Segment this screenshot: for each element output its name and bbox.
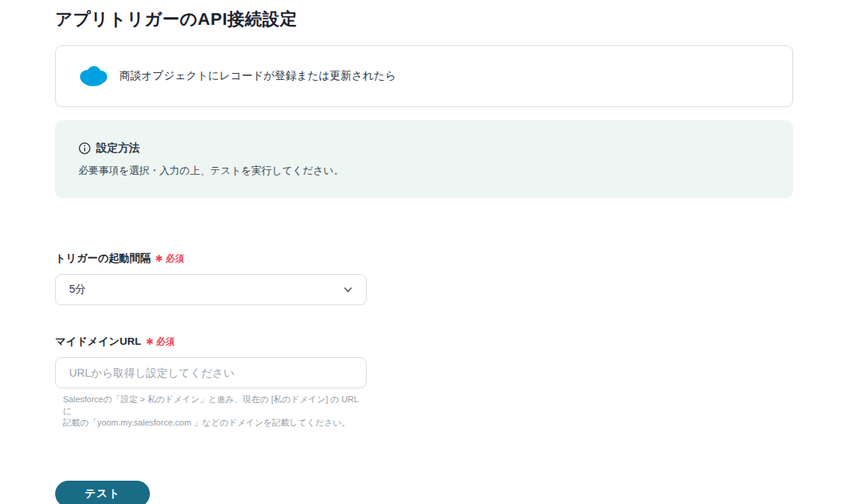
- instructions-title: 設定方法: [96, 141, 140, 155]
- instructions-body: 必要事項を選択・入力の上、テストを実行してください。: [78, 164, 770, 178]
- test-button[interactable]: テスト: [55, 481, 150, 504]
- trigger-summary-card[interactable]: 商談オブジェクトにレコードが登録または更新されたら: [55, 45, 793, 107]
- help-line-1: Salesforceの「設定 > 私のドメイン」と進み、現在の [私のドメイン]…: [63, 394, 367, 417]
- my-domain-input[interactable]: [55, 357, 367, 388]
- info-circle-icon: [78, 142, 91, 155]
- required-badge: ✱ 必須: [155, 252, 184, 266]
- help-line-2: 記載の「yoom.my.salesforce.com 」などのドメインを記載して…: [63, 417, 367, 429]
- my-domain-help-text: Salesforceの「設定 > 私のドメイン」と進み、現在の [私のドメイン]…: [55, 394, 367, 429]
- trigger-interval-field-group: トリガーの起動間隔 ✱ 必須 5分: [55, 252, 367, 305]
- app-trigger-settings-page: アプリトリガーのAPI接続設定 商談オブジェクトにレコードが登録または更新された…: [0, 0, 793, 504]
- required-badge: ✱ 必須: [146, 335, 175, 349]
- setup-instructions-box: 設定方法 必要事項を選択・入力の上、テストを実行してください。: [55, 120, 793, 198]
- trigger-interval-selected-value: 5分: [69, 283, 86, 297]
- salesforce-cloud-icon: [78, 65, 109, 87]
- my-domain-field-group: マイドメインURL ✱ 必須 Salesforceの「設定 > 私のドメイン」と…: [55, 335, 367, 429]
- trigger-description: 商談オブジェクトにレコードが登録または更新されたら: [120, 69, 396, 83]
- chevron-down-icon: [343, 284, 353, 295]
- trigger-interval-select[interactable]: 5分: [55, 274, 367, 305]
- page-title: アプリトリガーのAPI接続設定: [55, 6, 793, 32]
- trigger-interval-label: トリガーの起動間隔: [55, 252, 151, 266]
- my-domain-label: マイドメインURL: [55, 335, 141, 349]
